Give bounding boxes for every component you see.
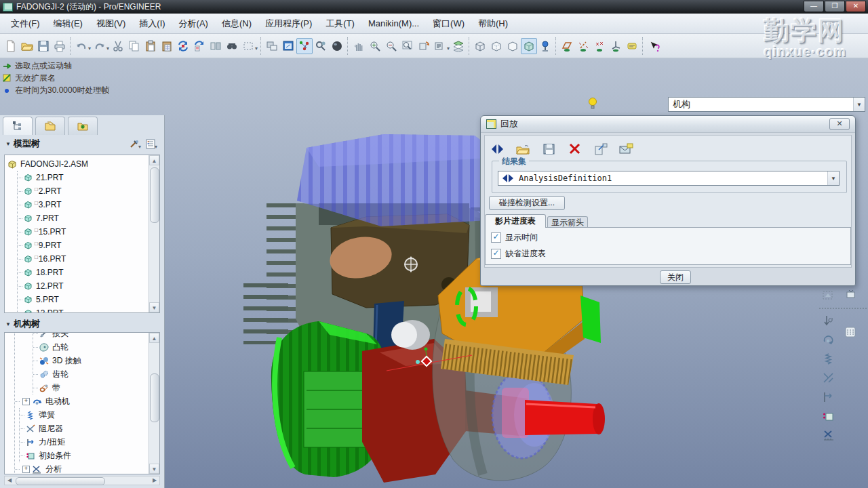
initial-conditions-icon[interactable] [821, 408, 837, 424]
undo-dropdown-icon[interactable]: ▾ [88, 45, 91, 52]
scroll-left-icon[interactable]: ◀ [5, 476, 14, 485]
menu-analysis[interactable]: 分析(A) [172, 15, 215, 33]
snapshot-grid-icon[interactable] [842, 324, 859, 340]
menu-applications[interactable]: 应用程序(P) [258, 15, 319, 33]
refit-icon[interactable] [399, 38, 416, 54]
new-file-icon[interactable] [3, 38, 19, 54]
tab-display-arrows[interactable]: 显示箭头 [547, 216, 588, 228]
tree-item-part[interactable]: 13.PRT [18, 306, 159, 313]
tree-item-springs[interactable]: 弹簧 [20, 408, 159, 422]
tree-item-dampers[interactable]: 阻尼器 [20, 422, 159, 435]
reorient-icon[interactable] [416, 38, 432, 54]
dialog-close-icon[interactable]: ✕ [829, 118, 850, 130]
menu-file[interactable]: 文件(F) [4, 15, 47, 33]
collapse-icon[interactable]: ▼ [5, 141, 11, 147]
tree-item-forces[interactable]: 力/扭矩 [20, 435, 159, 449]
datum-planes-icon[interactable] [559, 38, 575, 54]
tree-settings-button[interactable]: ▾ [146, 138, 158, 150]
context-help-icon[interactable] [646, 38, 662, 54]
tab-folder-browser[interactable] [35, 117, 65, 135]
tree-item-part[interactable]: 5.PRT [18, 293, 159, 306]
export-frames-icon[interactable] [592, 140, 610, 158]
view-manager-icon[interactable] [280, 38, 296, 54]
tree-item-part[interactable]: □9.PRT [18, 239, 159, 252]
menu-manikin[interactable]: Manikin(M)... [361, 16, 426, 31]
prev-result-icon[interactable] [501, 174, 516, 183]
tree-item-gears[interactable]: 齿轮 [33, 367, 159, 381]
datum-axes-icon[interactable] [575, 38, 591, 54]
tree-item-part[interactable]: 12.PRT [18, 279, 159, 293]
redo-dropdown-icon[interactable]: ▾ [106, 45, 109, 52]
menu-tools[interactable]: 工具(T) [319, 15, 361, 33]
copy-icon[interactable] [126, 38, 142, 54]
tree-item-part[interactable]: □15.PRT [18, 225, 159, 239]
annotations-icon[interactable] [624, 38, 640, 54]
delete-result-icon[interactable] [566, 140, 584, 158]
scroll-down-icon[interactable]: ▼ [149, 302, 159, 312]
tree-filters-button[interactable]: ▾ [129, 138, 142, 150]
menu-view[interactable]: 视图(V) [90, 15, 132, 33]
damper-icon[interactable] [821, 370, 837, 386]
bulb-icon[interactable] [587, 96, 598, 113]
tree-item-assembly[interactable]: FADONGJI-2.ASM [7, 157, 159, 171]
create-movie-icon[interactable] [618, 140, 635, 158]
paste-special-icon[interactable] [159, 38, 175, 54]
datum-points-icon[interactable] [591, 38, 608, 54]
gravity-icon[interactable] [821, 313, 837, 329]
select-box-icon[interactable] [240, 38, 256, 54]
close-button[interactable]: ✕ [846, 1, 866, 12]
paste-icon[interactable] [142, 38, 159, 54]
collapse-icon[interactable]: ▼ [5, 321, 11, 327]
drag-icon[interactable] [844, 287, 860, 304]
scroll-right-icon[interactable]: ▶ [150, 476, 159, 485]
tree-item-initial-conditions[interactable]: 初始条件 [20, 449, 159, 462]
tab-movie-schedule[interactable]: 影片进度表 [485, 214, 546, 228]
regenerate-icon[interactable] [175, 38, 191, 54]
tree-item-part[interactable]: 18.PRT [18, 266, 159, 279]
navigator-hscrollbar[interactable]: ◀ ▶ [4, 476, 160, 485]
restore-button[interactable]: ❐ [825, 1, 845, 12]
tab-favorites[interactable] [68, 117, 98, 135]
tree-item-part[interactable]: □3.PRT [18, 198, 159, 211]
tree-item-belts[interactable]: 带 [33, 381, 159, 394]
result-set-combo[interactable]: AnalysisDefinition1 ▼ [498, 171, 840, 186]
pan-zoom-icon[interactable] [351, 38, 367, 54]
checkbox-checked-icon[interactable]: ✓ [491, 249, 501, 259]
cut-icon[interactable] [110, 38, 126, 54]
menu-edit[interactable]: 编辑(E) [47, 15, 90, 33]
layers-icon[interactable] [450, 38, 467, 54]
menu-help[interactable]: 帮助(H) [471, 15, 515, 33]
saved-views-icon[interactable] [432, 38, 448, 54]
tree-item-part[interactable]: 21.PRT [18, 171, 159, 184]
wireframe-icon[interactable] [472, 38, 488, 54]
mode-combo[interactable]: 机构 ▼ [668, 97, 865, 112]
zoom-in-icon[interactable] [367, 38, 383, 54]
enhanced-realism-icon[interactable] [537, 38, 553, 54]
tree-item-3d-contact[interactable]: 3D 接触 [33, 354, 159, 367]
saved-views-dropdown-icon[interactable]: ▾ [447, 45, 450, 52]
scroll-up-icon[interactable]: ▲ [149, 333, 159, 343]
redo-icon[interactable] [92, 38, 108, 54]
select-dropdown-icon[interactable]: ▾ [255, 45, 258, 52]
tree-item-joints[interactable]: 接头 [33, 332, 159, 340]
servo-motor-icon[interactable] [821, 332, 837, 348]
tree-item-analyses[interactable]: +分析 [15, 462, 159, 474]
chevron-down-icon[interactable]: ▼ [853, 98, 865, 111]
mech-tree-scrollbar[interactable]: ▲ ▼ [149, 333, 159, 474]
bearing-cap[interactable] [391, 320, 430, 350]
spring-icon[interactable] [821, 351, 837, 367]
tree-item-cams[interactable]: 凸轮 [33, 340, 159, 354]
model-tree-scrollbar[interactable]: ▲ ▼ [149, 155, 159, 312]
tree-item-part[interactable]: □16.PRT [18, 252, 159, 266]
tree-item-motors[interactable]: +电动机 [15, 394, 159, 408]
minimize-button[interactable]: — [804, 1, 824, 12]
scroll-up-icon[interactable]: ▲ [149, 155, 159, 165]
save-icon[interactable] [35, 38, 52, 54]
undo-icon[interactable] [73, 38, 90, 54]
menu-info[interactable]: 信息(N) [215, 15, 258, 33]
hidden-line-icon[interactable] [488, 38, 505, 54]
mass-properties-icon[interactable] [821, 287, 837, 304]
checkbox-checked-icon[interactable]: ✓ [491, 232, 501, 243]
collision-settings-button[interactable]: 碰撞检测设置... [489, 196, 565, 210]
propeller-shaft[interactable] [525, 400, 605, 435]
